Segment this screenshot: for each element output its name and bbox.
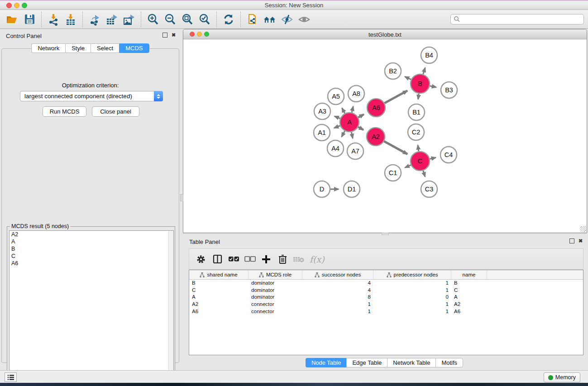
- save-session-button[interactable]: [22, 12, 37, 27]
- tab-node-table[interactable]: Node Table: [306, 358, 347, 367]
- import-table-button[interactable]: [63, 12, 78, 27]
- table-row[interactable]: A6connector11A6: [189, 308, 583, 315]
- window-resize-grip[interactable]: [580, 226, 586, 232]
- delete-column-button[interactable]: [276, 253, 289, 266]
- column-header-shared-name[interactable]: shared name: [189, 270, 249, 279]
- graph-node-B3[interactable]: B3: [441, 82, 457, 98]
- graph-node-A4[interactable]: A4: [327, 140, 344, 157]
- graph-node-A1[interactable]: A1: [314, 124, 330, 141]
- graph-node-C2[interactable]: C2: [408, 124, 424, 140]
- zoom-out-button[interactable]: [163, 12, 178, 27]
- refresh-button[interactable]: [221, 12, 236, 27]
- memory-button[interactable]: Memory: [544, 372, 580, 382]
- column-header-MCDS-role[interactable]: MCDS role: [249, 270, 302, 279]
- tab-network[interactable]: Network: [31, 43, 65, 53]
- home-button[interactable]: [262, 12, 277, 27]
- graph-edge-B-B4[interactable]: [423, 68, 425, 74]
- table-settings-button[interactable]: [194, 253, 208, 266]
- open-session-button[interactable]: [5, 12, 20, 27]
- mcds-result-item[interactable]: C: [10, 253, 173, 260]
- graph-node-D[interactable]: D: [314, 181, 330, 197]
- graph-node-B2[interactable]: B2: [385, 63, 401, 79]
- column-header-predecessor-nodes[interactable]: predecessor nodes: [373, 270, 451, 279]
- graph-node-A5[interactable]: A5: [328, 88, 344, 105]
- column-header-successor-nodes[interactable]: successor nodes: [302, 270, 373, 279]
- graph-node-B[interactable]: B: [411, 74, 430, 93]
- export-table-button[interactable]: [104, 12, 120, 27]
- column-header-empty[interactable]: [487, 270, 583, 279]
- graph-edge-A-A1[interactable]: [334, 126, 340, 128]
- tab-select[interactable]: Select: [91, 43, 119, 53]
- graph-node-B4[interactable]: B4: [421, 47, 437, 63]
- graph-node-C[interactable]: C: [411, 152, 430, 171]
- table-row[interactable]: Bdominator41B: [189, 280, 583, 287]
- select-all-button[interactable]: [227, 253, 240, 266]
- delete-table-button[interactable]: [292, 253, 306, 266]
- close-table-panel-icon[interactable]: ✖: [578, 238, 583, 243]
- search-input[interactable]: [460, 15, 583, 24]
- network-canvas[interactable]: B4B2BB3A5A8A6A3B1AA1C2A2A4A7C4CC1C3DD1: [184, 39, 586, 233]
- search-field[interactable]: [450, 14, 584, 24]
- graph-edge-A-A6[interactable]: [358, 114, 363, 118]
- float-panel-icon[interactable]: [163, 33, 167, 38]
- export-network-button[interactable]: [87, 12, 102, 27]
- graph-edge-A-A7[interactable]: [351, 132, 353, 138]
- graph-node-A3[interactable]: A3: [314, 103, 330, 119]
- create-column-button[interactable]: [259, 253, 273, 266]
- table-row[interactable]: Cdominator41C: [189, 287, 583, 294]
- new-network-from-selection-button[interactable]: [245, 12, 260, 27]
- tab-edge-table[interactable]: Edge Table: [346, 358, 387, 367]
- graph-node-A2[interactable]: A2: [367, 128, 385, 146]
- criterion-select[interactable]: largest connected component (directed): [20, 91, 163, 101]
- result-scrollbar[interactable]: [168, 231, 173, 380]
- graph-node-A6[interactable]: A6: [367, 99, 385, 117]
- graph-edge-A-A5[interactable]: [342, 108, 345, 114]
- graph-edge-B-B2[interactable]: [405, 76, 411, 79]
- graph-edge-A-A2[interactable]: [358, 127, 363, 130]
- graph-node-B1[interactable]: B1: [408, 104, 425, 120]
- zoom-selected-button[interactable]: [197, 12, 212, 27]
- mcds-result-item[interactable]: A: [10, 238, 173, 245]
- tab-network-table[interactable]: Network Table: [387, 358, 435, 367]
- graph-edge-C-C4[interactable]: [430, 157, 435, 159]
- deselect-all-button[interactable]: [243, 253, 257, 266]
- close-panel-icon[interactable]: ✖: [171, 33, 176, 38]
- export-image-button[interactable]: [121, 12, 137, 27]
- table-row[interactable]: Adominator80A: [189, 294, 583, 301]
- run-mcds-button[interactable]: Run MCDS: [43, 106, 86, 117]
- tab-style[interactable]: Style: [65, 43, 91, 53]
- graph-edge-C-C3[interactable]: [423, 171, 425, 176]
- table-row[interactable]: A2connector11A2: [189, 301, 583, 308]
- graph-edge-A-A3[interactable]: [335, 116, 340, 119]
- graph-edge-A-A8[interactable]: [352, 106, 353, 112]
- node-table[interactable]: shared nameMCDS rolesuccessor nodesprede…: [189, 270, 583, 355]
- float-table-panel-icon[interactable]: [569, 238, 574, 243]
- graph-edge-C-C1[interactable]: [405, 165, 411, 168]
- graph-edge-A6-B[interactable]: [384, 91, 407, 103]
- tab-motifs[interactable]: Motifs: [435, 358, 463, 367]
- function-builder-button[interactable]: f(x): [310, 254, 325, 264]
- graph-edge-A2-C[interactable]: [384, 141, 407, 154]
- graph-edge-C-C2[interactable]: [418, 145, 419, 151]
- tab-mcds[interactable]: MCDS: [119, 43, 149, 53]
- graph-edge-B-B1[interactable]: [418, 94, 419, 99]
- show-column-button[interactable]: [210, 253, 224, 266]
- split-divider-handle-vertical[interactable]: [180, 194, 183, 201]
- graph-node-C1[interactable]: C1: [385, 165, 401, 181]
- zoom-fit-button[interactable]: [180, 12, 195, 27]
- show-graphics-details-button[interactable]: [296, 12, 312, 27]
- mcds-result-list[interactable]: A2ABCA6: [9, 230, 174, 381]
- mcds-result-item[interactable]: A6: [10, 260, 173, 267]
- hide-graphics-details-button[interactable]: [279, 12, 295, 27]
- task-history-button[interactable]: [5, 372, 17, 382]
- graph-node-D1[interactable]: D1: [344, 181, 360, 197]
- graph-node-A[interactable]: A: [340, 113, 359, 132]
- mcds-result-item[interactable]: A2: [10, 231, 173, 238]
- close-panel-button[interactable]: Close panel: [92, 106, 139, 117]
- graph-edge-A-A4[interactable]: [342, 131, 345, 137]
- zoom-in-button[interactable]: [145, 12, 161, 27]
- graph-node-A7[interactable]: A7: [347, 143, 363, 159]
- graph-node-A8[interactable]: A8: [348, 86, 364, 102]
- graph-node-C3[interactable]: C3: [421, 181, 437, 197]
- column-header-name[interactable]: name: [451, 270, 487, 279]
